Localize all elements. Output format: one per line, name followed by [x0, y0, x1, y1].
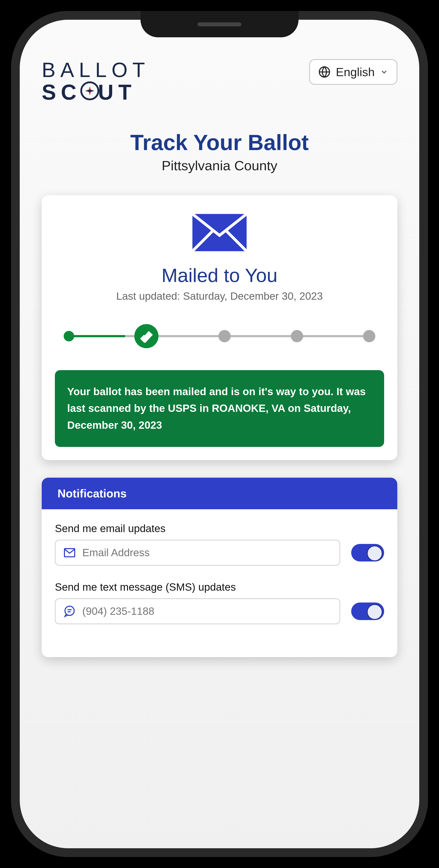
phone-frame: BALLOT SC UT English	[11, 11, 428, 857]
email-notification-group: Send me email updates	[55, 522, 384, 566]
ballot-status-card: Mailed to You Last updated: Saturday, De…	[42, 195, 397, 460]
progress-step-2-current	[134, 324, 158, 348]
envelope-icon	[191, 213, 248, 252]
page-heading: Track Your Ballot Pittsylvania County	[42, 130, 397, 173]
notifications-card: Notifications Send me email updates	[42, 478, 397, 657]
mail-icon	[63, 547, 76, 559]
sms-toggle[interactable]	[351, 602, 384, 620]
progress-line-remaining	[125, 335, 371, 337]
language-label: English	[336, 65, 375, 79]
notifications-header: Notifications	[42, 478, 397, 509]
phone-screen: BALLOT SC UT English	[20, 20, 419, 848]
globe-icon	[318, 66, 330, 78]
check-icon	[140, 330, 153, 343]
logo-line-1: BALLOT	[42, 59, 150, 81]
progress-step-1	[64, 331, 74, 341]
progress-line-complete	[68, 335, 125, 337]
svg-marker-1	[85, 90, 94, 92]
language-selector[interactable]: English	[309, 59, 397, 85]
chat-icon	[63, 605, 76, 617]
status-progress-bar	[55, 324, 384, 348]
progress-step-3	[218, 330, 231, 342]
email-input-wrapper[interactable]	[55, 540, 340, 566]
compass-icon	[80, 82, 99, 100]
sms-updates-label: Send me text message (SMS) updates	[55, 581, 384, 593]
logo-line-2: SC UT	[42, 81, 150, 103]
progress-step-4	[291, 330, 303, 342]
chevron-down-icon	[380, 68, 388, 76]
phone-input[interactable]	[82, 605, 332, 617]
top-bar: BALLOT SC UT English	[42, 59, 397, 103]
page-title: Track Your Ballot	[42, 130, 397, 155]
email-updates-label: Send me email updates	[55, 522, 384, 534]
sms-notification-group: Send me text message (SMS) updates	[55, 581, 384, 624]
phone-input-wrapper[interactable]	[55, 598, 340, 624]
status-message: Your ballot has been mailed and is on it…	[55, 370, 384, 447]
phone-notch	[141, 11, 298, 37]
svg-point-8	[65, 606, 74, 616]
status-title: Mailed to You	[55, 264, 384, 286]
email-toggle[interactable]	[351, 544, 384, 561]
email-input[interactable]	[82, 547, 332, 559]
ballot-scout-logo: BALLOT SC UT	[42, 59, 150, 103]
status-last-updated: Last updated: Saturday, December 30, 202…	[55, 290, 384, 302]
county-subtitle: Pittsylvania County	[42, 158, 397, 173]
progress-step-5	[363, 330, 375, 342]
